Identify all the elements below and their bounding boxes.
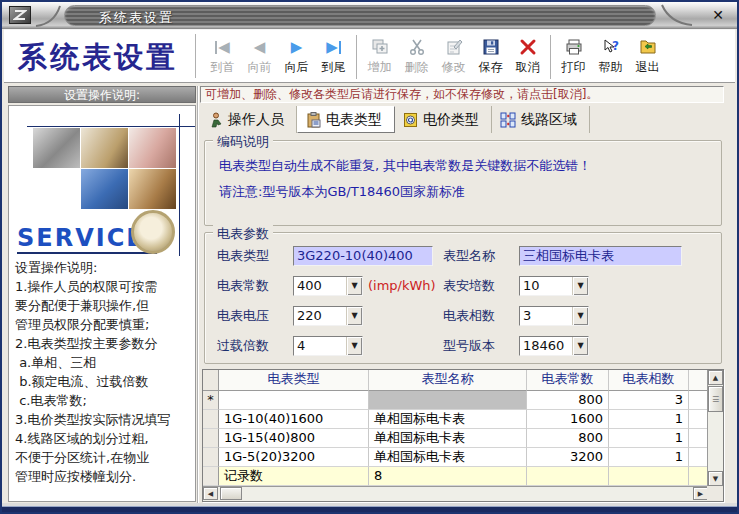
toolbar-buttons: ◀ 到首 ◀ 向前 ▶ 向后 ▶ 到尾 增加 (204, 33, 666, 81)
window-title: 系统表设置 (99, 9, 174, 27)
delete-scissors-icon (408, 36, 426, 58)
go-last-button[interactable]: ▶ 到尾 (315, 33, 352, 81)
grid-filler-cell (689, 370, 707, 391)
add-button: 增加 (361, 33, 398, 81)
save-notice-bar: 可增加、删除、修改各类型后请进行保存，如不保存修改，请点击[取消]。 (200, 86, 724, 103)
combo-arrow-icon[interactable]: ▼ (572, 277, 588, 295)
cancel-button[interactable]: 取消 (509, 33, 546, 81)
overload-label: 过载倍数 (217, 337, 293, 355)
combo-arrow-icon[interactable]: ▼ (346, 277, 362, 295)
meter-params-title: 电表参数 (213, 225, 273, 243)
meter-types-grid: 电表类型 表型名称 电表常数 电表相数 * 800 3 1G-10(40)160… (202, 369, 724, 502)
grid-corner-cell (203, 370, 219, 391)
scroll-left-icon[interactable]: ◀ (203, 487, 218, 500)
toolbar: 系统表设置 ◀ 到首 ◀ 向前 ▶ 向后 ▶ 到尾 (4, 29, 735, 83)
meter-constant-combo[interactable]: 400 ▼ (293, 276, 363, 296)
table-row-new[interactable]: * 800 3 (203, 391, 723, 410)
collage-pens-image (129, 128, 176, 168)
combo-arrow-icon[interactable]: ▼ (346, 307, 362, 325)
horizontal-scroll-thumb[interactable] (220, 487, 242, 500)
go-first-button: ◀ 到首 (204, 33, 241, 81)
record-count-value: 8 (369, 467, 527, 486)
overload-combo[interactable]: 4 ▼ (293, 336, 363, 356)
amperage-combo[interactable]: 10 ▼ (519, 276, 589, 296)
table-row[interactable]: 1G-5(20)3200 单相国标电卡表 3200 1 (203, 448, 723, 467)
scroll-right-icon[interactable]: ▶ (693, 487, 708, 500)
grid-header-row: 电表类型 表型名称 电表常数 电表相数 (203, 370, 723, 391)
column-header-constant[interactable]: 电表常数 (527, 370, 609, 391)
column-header-model-name[interactable]: 表型名称 (369, 370, 527, 391)
encoding-notes-groupbox: 编码说明 电表类型自动生成不能重复, 其中电表常数是关键数据不能选错！ 请注意:… (204, 140, 722, 226)
grid-vertical-scrollbar[interactable]: ▲ ☰ ▼ (707, 370, 723, 486)
decor-line-vertical (179, 114, 180, 256)
tab-line-regions[interactable]: 线路区域 (492, 106, 590, 133)
toolbar-group-divider (546, 33, 555, 81)
exit-folder-icon (639, 36, 657, 58)
row-marker (203, 429, 219, 448)
row-marker: * (203, 391, 219, 410)
column-header-meter-type[interactable]: 电表类型 (219, 370, 369, 391)
collage-pen-image (81, 128, 128, 168)
cancel-x-icon (519, 36, 537, 58)
voltage-label: 电表电压 (217, 307, 293, 325)
toolbar-divider (195, 34, 197, 78)
record-count-label: 记录数 (219, 467, 369, 486)
model-name-field[interactable]: 三相国标电卡表 (519, 246, 682, 266)
go-first-icon: ◀ (215, 36, 230, 58)
model-version-combo[interactable]: 18460 ▼ (519, 336, 589, 356)
exit-button[interactable]: 退出 (629, 33, 666, 81)
collage-tools-image (33, 128, 80, 168)
combo-arrow-icon[interactable]: ▼ (572, 307, 588, 325)
service-text: SERVICE (17, 224, 145, 252)
go-last-icon: ▶ (326, 36, 341, 58)
window-bottom-border (2, 503, 737, 512)
scroll-down-icon[interactable]: ▼ (708, 471, 723, 486)
encoding-notes-title: 编码说明 (213, 133, 273, 151)
tab-price-types[interactable]: 电价类型 (395, 106, 492, 133)
app-window: 系统表设置 ✕ 系统表设置 ◀ 到首 ◀ 向前 ▶ 向后 ▶ 到尾 (0, 0, 739, 514)
vertical-scroll-thumb[interactable]: ☰ (708, 386, 723, 412)
grid-horizontal-scrollbar[interactable]: ◀ ▶ (203, 486, 708, 501)
tab-strip: 操作人员 电表类型 电价类型 线路区域 (200, 106, 590, 133)
table-row[interactable]: 1G-10(40)1600 单相国标电卡表 1600 1 (203, 410, 723, 429)
column-header-phases[interactable]: 电表相数 (609, 370, 689, 391)
row-marker (203, 410, 219, 429)
help-button[interactable]: ? 帮助 (592, 33, 629, 81)
go-previous-icon: ◀ (254, 36, 266, 58)
model-name-label: 表型名称 (443, 247, 519, 265)
toolbar-group-divider (352, 33, 361, 81)
unit-suffix: (imp/kWh) (368, 278, 436, 293)
page-title: 系统表设置 (18, 38, 178, 78)
print-button[interactable]: 打印 (555, 33, 592, 81)
row-marker (203, 448, 219, 467)
encoding-note-1: 电表类型自动生成不能重复, 其中电表常数是关键数据不能选错！ (219, 157, 591, 175)
panel-divider (197, 86, 199, 504)
collage-person-image (129, 169, 176, 209)
modify-icon (445, 36, 463, 58)
combo-arrow-icon[interactable]: ▼ (572, 337, 588, 355)
record-count-row: 记录数 8 (203, 467, 723, 486)
close-button[interactable]: ✕ (709, 6, 727, 24)
phases-combo[interactable]: 3 ▼ (519, 306, 589, 326)
service-underline (17, 252, 157, 254)
clipboard-icon (306, 112, 321, 128)
amperage-label: 表安培数 (443, 277, 519, 295)
add-icon (371, 36, 389, 58)
modify-button: 修改 (435, 33, 472, 81)
combo-arrow-icon[interactable]: ▼ (346, 337, 362, 355)
scroll-up-icon[interactable]: ▲ (708, 370, 723, 385)
voltage-combo[interactable]: 220 ▼ (293, 306, 363, 326)
app-logo-icon (9, 6, 31, 24)
tab-operators[interactable]: 操作人员 (200, 106, 297, 133)
collage-keyboard-image (81, 169, 128, 209)
go-next-button[interactable]: ▶ 向后 (278, 33, 315, 81)
meter-constant-label: 电表常数 (217, 277, 293, 295)
region-boxes-icon (500, 112, 516, 128)
title-bar[interactable]: 系统表设置 ✕ (2, 2, 737, 29)
table-row[interactable]: 1G-15(40)800 单相国标电卡表 800 1 (203, 429, 723, 448)
meter-type-field[interactable]: 3G220-10(40)400 (293, 246, 433, 266)
tab-meter-types[interactable]: 电表类型 (297, 106, 395, 133)
price-book-icon (403, 112, 418, 128)
collage-watch-image (131, 210, 175, 254)
save-button[interactable]: 保存 (472, 33, 509, 81)
